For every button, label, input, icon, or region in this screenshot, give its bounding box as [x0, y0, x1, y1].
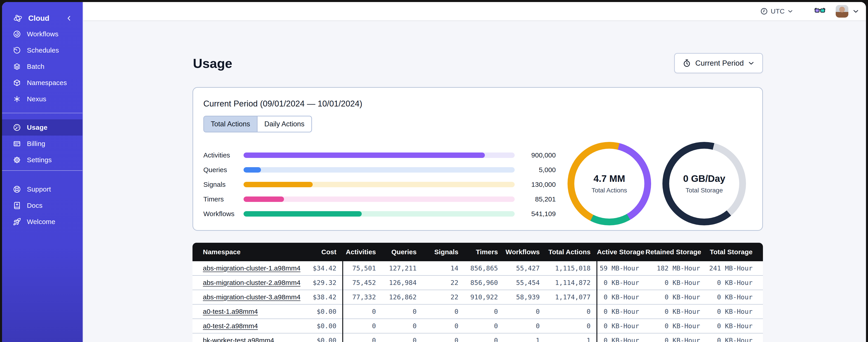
workflows-icon	[13, 30, 21, 38]
sidebar-item-label: Schedules	[27, 46, 59, 54]
sidebar-brand[interactable]: Cloud	[2, 11, 83, 26]
namespace-link[interactable]: a0-test-2.a98mm4	[203, 322, 258, 330]
sidebar-item-docs[interactable]: Docs	[2, 197, 83, 214]
timezone-selector[interactable]: UTC	[760, 7, 793, 15]
table-cell: 0	[343, 337, 382, 342]
bar-fill	[244, 197, 284, 202]
sidebar-collapse-chevron-left-icon[interactable]	[66, 15, 72, 22]
table-cell: 0 KB-Hour	[597, 308, 646, 315]
table-cell: 0	[382, 308, 423, 315]
bar-value: 130,000	[520, 181, 556, 189]
table-row: a0-test-2.a98mm4$0.000000000 KB-Hour0 KB…	[192, 319, 763, 334]
table-cell: 856,960	[465, 279, 504, 286]
welcome-icon	[13, 218, 21, 226]
bar-row-queries: Queries5,000	[203, 163, 556, 177]
table-group-divider	[596, 261, 597, 342]
total-storage-donut: 0 GB/Day Total Storage	[662, 142, 746, 226]
namespace-link[interactable]: a0-test-1.a98mm4	[203, 308, 258, 315]
table-cell: 75,452	[343, 279, 382, 286]
bar-fill	[244, 182, 313, 187]
page-title: Usage	[193, 56, 232, 71]
table-cell: 59 MB-Hour	[597, 264, 646, 272]
table-cell: 0	[465, 322, 504, 330]
bar-track	[244, 211, 515, 216]
namespace-link[interactable]: abs-migration-cluster-1.a98mm4	[203, 264, 301, 272]
sidebar: Cloud WorkflowsSchedulesBatchNamespacesN…	[2, 2, 83, 342]
table-cell: $38.42	[287, 293, 343, 301]
sidebar-item-label: Workflows	[27, 30, 59, 38]
bar-label: Queries	[203, 166, 244, 174]
sidebar-item-workflows[interactable]: Workflows	[2, 26, 83, 42]
table-cell: 55,454	[504, 279, 546, 286]
sidebar-item-label: Billing	[27, 140, 45, 147]
namespace-link[interactable]: bk-worker-test.a98mm4	[203, 337, 274, 342]
table-cell: $0.00	[287, 308, 343, 315]
schedules-icon	[13, 46, 21, 55]
namespace-usage-table: NamespaceCostActivitiesQueriesSignalsTim…	[192, 243, 763, 342]
table-cell: 241 MB-Hour	[707, 264, 763, 272]
column-header: Signals	[423, 248, 465, 256]
batch-icon	[13, 63, 21, 71]
column-header: Timers	[465, 248, 504, 256]
sidebar-divider	[2, 170, 83, 171]
sidebar-item-label: Usage	[27, 124, 48, 131]
bar-row-timers: Timers85,201	[203, 192, 556, 206]
main-area: Usage Current Period Current Period (09/…	[83, 22, 866, 342]
period-selector-button[interactable]: Current Period	[674, 53, 763, 73]
table-cell: 0 KB-Hour	[646, 308, 707, 315]
total-actions-value: 4.7 MM	[593, 173, 625, 184]
table-cell: 0	[423, 322, 465, 330]
bar-fill	[244, 167, 261, 173]
user-menu-chevron-down-icon[interactable]	[852, 8, 859, 15]
namespace-link[interactable]: abs-migration-cluster-3.a98mm4	[203, 293, 301, 301]
actions-tab-group: Total Actions Daily Actions	[203, 116, 312, 132]
table-cell: 127,211	[382, 264, 423, 272]
column-header: Total Storage	[707, 248, 763, 256]
namespace-cell: abs-migration-cluster-3.a98mm4	[192, 293, 287, 301]
sidebar-item-label: Docs	[27, 202, 42, 209]
table-cell: 0	[465, 337, 504, 342]
table-cell: 182 MB-Hour	[646, 264, 707, 272]
settings-icon	[13, 156, 21, 164]
table-cell: 0 KB-Hour	[707, 293, 763, 301]
table-cell: 75,501	[343, 264, 382, 272]
column-header: Cost	[287, 248, 343, 256]
table-cell: 22	[423, 293, 465, 301]
sidebar-nav-account: UsageBillingSettings	[2, 119, 83, 168]
sidebar-item-nexus[interactable]: Nexus	[2, 91, 83, 107]
bar-fill	[244, 211, 362, 216]
tab-total-actions[interactable]: Total Actions	[204, 116, 257, 132]
table-cell: 0	[382, 322, 423, 330]
sidebar-item-support[interactable]: Support	[2, 181, 83, 197]
sidebar-item-batch[interactable]: Batch	[2, 59, 83, 75]
sidebar-nav-primary: WorkflowsSchedulesBatchNamespacesNexus	[2, 26, 83, 107]
column-header: Total Actions	[546, 248, 597, 256]
sidebar-item-namespaces[interactable]: Namespaces	[2, 75, 83, 91]
tab-daily-actions[interactable]: Daily Actions	[257, 116, 311, 132]
table-cell: 1	[504, 337, 546, 342]
sidebar-item-schedules[interactable]: Schedules	[2, 42, 83, 59]
avatar[interactable]	[836, 5, 848, 18]
bar-row-signals: Signals130,000	[203, 177, 556, 192]
bar-track	[244, 167, 515, 173]
table-cell: 0	[504, 308, 546, 315]
namespace-cell: a0-test-2.a98mm4	[192, 322, 287, 330]
support-icon	[13, 185, 21, 193]
sidebar-item-settings[interactable]: Settings	[2, 152, 83, 168]
topbar: UTC	[83, 2, 866, 21]
sidebar-item-welcome[interactable]: Welcome	[2, 214, 83, 230]
namespace-link[interactable]: abs-migration-cluster-2.a98mm4	[203, 279, 301, 286]
feedback-glasses-icon[interactable]	[814, 8, 826, 15]
table-cell: 0	[423, 337, 465, 342]
table-cell: 0	[343, 308, 382, 315]
sidebar-item-usage[interactable]: Usage	[2, 119, 83, 136]
table-cell: 0	[343, 322, 382, 330]
nexus-icon	[13, 95, 21, 103]
table-cell: 0	[465, 308, 504, 315]
table-cell: 1,174,077	[546, 293, 597, 301]
table-cell: $0.00	[287, 337, 343, 342]
bar-value: 5,000	[520, 166, 556, 174]
sidebar-item-billing[interactable]: Billing	[2, 136, 83, 152]
total-actions-donut: 4.7 MM Total Actions	[567, 142, 651, 226]
timezone-label: UTC	[771, 7, 785, 15]
